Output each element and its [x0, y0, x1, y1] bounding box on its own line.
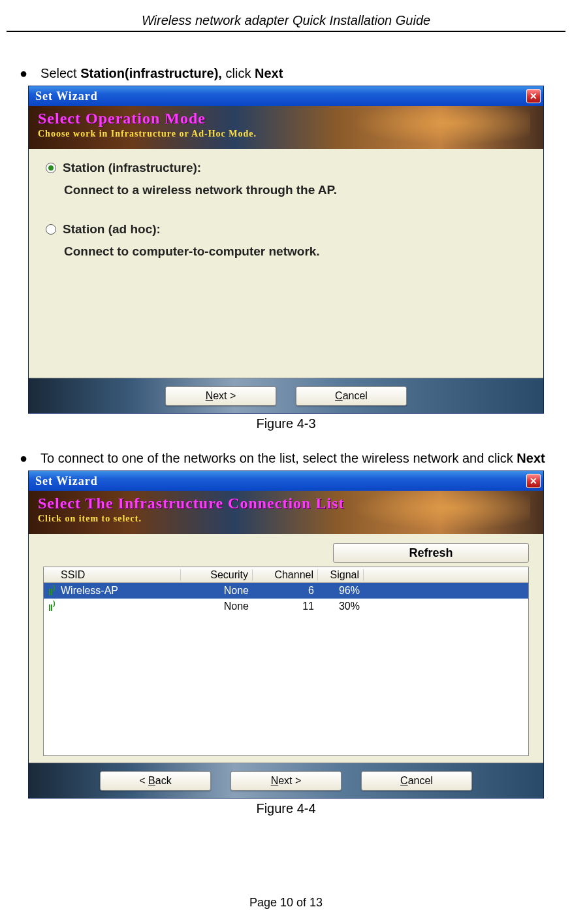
- button-bar: Next > Cancel: [29, 378, 543, 413]
- banner: Select Operation Mode Choose work in Inf…: [29, 106, 543, 149]
- signal-icon: [48, 602, 57, 611]
- figure-caption: Figure 4-4: [256, 801, 315, 816]
- cell-channel: 6: [253, 585, 318, 597]
- network-list: SSID Security Channel Signal Wireless-AP…: [43, 567, 529, 756]
- radio-label: Station (ad hoc):: [63, 222, 161, 237]
- signal-icon: [48, 586, 57, 595]
- titlebar-text: Set Wizard: [35, 474, 98, 488]
- col-ssid[interactable]: SSID: [57, 569, 181, 581]
- figure-4-3: Set Wizard ✕ Select Operation Mode Choos…: [7, 86, 565, 431]
- radio-icon: [46, 163, 56, 173]
- list-item[interactable]: Wireless-APNone696%: [44, 583, 528, 599]
- radio-station-infrastructure[interactable]: Station (infrastructure):: [46, 161, 526, 175]
- bullet-icon: ●: [20, 450, 27, 467]
- banner-title: Select Operation Mode: [38, 110, 534, 127]
- text: click: [222, 66, 255, 80]
- dialog-body: Refresh SSID Security Channel Signal Wir…: [29, 534, 543, 763]
- radio-desc: Connect to computer-to-computer network.: [64, 244, 526, 259]
- cancel-button[interactable]: Cancel: [296, 386, 407, 406]
- next-button[interactable]: Next >: [165, 386, 276, 406]
- radio-icon: [46, 224, 56, 235]
- col-channel[interactable]: Channel: [253, 569, 318, 581]
- next-button[interactable]: Next >: [230, 771, 342, 791]
- text: Select: [40, 66, 80, 80]
- radio-station-adhoc[interactable]: Station (ad hoc):: [46, 222, 526, 237]
- page-footer: Page 10 of 13: [0, 896, 572, 910]
- radio-label: Station (infrastructure):: [63, 161, 201, 175]
- figure-caption: Figure 4-3: [256, 416, 315, 431]
- text-bold: Next: [516, 451, 545, 465]
- text: To connect to one of the networks on the…: [40, 451, 516, 465]
- dialog-set-wizard-2: Set Wizard ✕ Select The Infrastructure C…: [28, 470, 544, 799]
- titlebar-text: Set Wizard: [35, 90, 98, 103]
- cancel-button[interactable]: Cancel: [361, 771, 472, 791]
- banner: Select The Infrastructure Connection Lis…: [29, 491, 543, 534]
- banner-subtitle: Choose work in Infrastructure or Ad-Hoc …: [38, 129, 534, 139]
- cell-ssid: Wireless-AP: [57, 585, 181, 597]
- text-bold: Next: [255, 66, 283, 80]
- button-bar: < Back Next > Cancel: [29, 763, 543, 798]
- refresh-button[interactable]: Refresh: [333, 543, 529, 563]
- cell-signal: 30%: [318, 601, 364, 612]
- close-icon[interactable]: ✕: [526, 474, 541, 488]
- cell-channel: 11: [253, 601, 318, 612]
- banner-title: Select The Infrastructure Connection Lis…: [38, 495, 534, 512]
- close-icon[interactable]: ✕: [526, 89, 541, 103]
- radio-desc: Connect to a wireless network through th…: [64, 183, 526, 197]
- col-signal[interactable]: Signal: [318, 569, 364, 581]
- cell-signal: 96%: [318, 585, 364, 597]
- cell-security: None: [181, 585, 253, 597]
- banner-subtitle: Click on item to select.: [38, 514, 534, 524]
- list-header: SSID Security Channel Signal: [44, 567, 528, 583]
- cell-security: None: [181, 601, 253, 612]
- titlebar: Set Wizard ✕: [29, 86, 543, 106]
- text-bold: Station(infrastructure),: [80, 66, 222, 80]
- doc-header: Wireless network adapter Quick Installat…: [7, 13, 565, 32]
- instruction-2: ● To connect to one of the networks on t…: [20, 450, 565, 467]
- instruction-1: ● Select Station(infrastructure), click …: [20, 65, 565, 82]
- col-security[interactable]: Security: [181, 569, 253, 581]
- figure-4-4: Set Wizard ✕ Select The Infrastructure C…: [7, 470, 565, 816]
- dialog-set-wizard-1: Set Wizard ✕ Select Operation Mode Choos…: [28, 86, 544, 414]
- dialog-body: Station (infrastructure): Connect to a w…: [29, 149, 543, 378]
- back-button[interactable]: < Back: [100, 771, 211, 791]
- list-item[interactable]: None1130%: [44, 599, 528, 614]
- bullet-icon: ●: [20, 65, 27, 82]
- titlebar: Set Wizard ✕: [29, 471, 543, 491]
